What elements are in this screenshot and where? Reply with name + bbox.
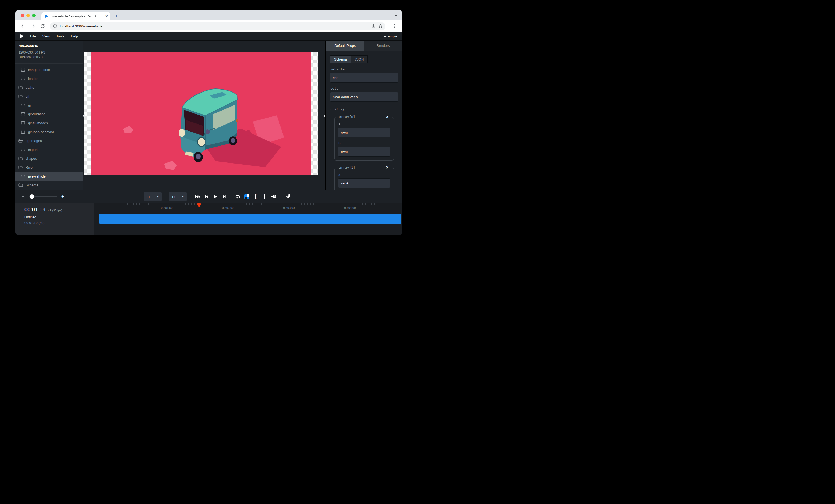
prop-input-color[interactable] [330,92,399,102]
reload-icon[interactable] [39,22,46,30]
url-bar[interactable]: localhost:3000/rive-vehicle [50,22,386,30]
speed-dropdown[interactable]: 1x ▼ [169,192,187,201]
prop-input-b[interactable] [338,147,390,156]
toggle-json[interactable]: JSON [351,56,368,63]
remove-array-item-icon[interactable]: ✕ [384,165,390,170]
browser-tab[interactable]: rive-vehicle / example - Remot ✕ [41,12,110,20]
out-point-bracket-icon[interactable]: ] [262,194,267,200]
timeline-track-bar[interactable] [99,214,401,224]
prop-label: b [339,141,390,145]
tab-search-chevron-icon[interactable] [394,14,398,18]
compositions-sidebar: rive-vehicle 1200x630, 30 FPS Duration 0… [15,41,83,190]
sidebar-item-loader[interactable]: loader [15,74,83,83]
menu-file[interactable]: File [27,34,39,38]
tab-strip: rive-vehicle / example - Remot ✕ + [15,10,402,20]
fullscreen-window-button[interactable] [32,14,36,17]
forward-icon[interactable] [29,22,37,30]
remotion-logo-icon[interactable] [20,34,24,39]
zoom-slider[interactable] [29,196,57,197]
prop-field: vehicle [330,67,399,83]
zoom-in-icon[interactable]: + [61,194,65,200]
sidebar-item-gif[interactable]: gif [15,92,83,101]
main-content: rive-vehicle 1200x630, 30 FPS Duration 0… [15,41,402,190]
chevron-down-icon: ▼ [182,195,184,198]
array-fieldset: array array[0] ✕ a b array[1] ✕ a b [330,109,399,190]
previous-frame-icon[interactable] [204,194,209,200]
sidebar-item-label: image-in-lottie [28,68,50,72]
sidebar-item-label: gif-fill-modes [28,121,48,125]
ruler-label: 00:02.00 [222,206,234,210]
sidebar-item-gif[interactable]: gif [15,101,83,110]
transparency-checkerboard-toggle[interactable] [244,194,249,200]
browser-menu-kebab-icon[interactable] [390,22,399,30]
props-editor: Schema JSON vehicle color array array[0]… [326,51,402,190]
sidebar-item-Schema[interactable]: Schema [15,181,83,190]
collapse-left-panel-icon[interactable] [83,114,85,119]
composition-viewport [84,52,318,175]
menu-view[interactable]: View [39,34,53,38]
speed-dropdown-value: 1x [171,195,176,199]
tab-renders[interactable]: Renders [364,41,403,50]
sidebar-item-rive-vehicle[interactable]: rive-vehicle [15,172,83,181]
quick-render-rocket-icon[interactable] [285,194,290,200]
sidebar-item-expert[interactable]: expert [15,145,83,154]
props-panel-tabs: Default Props Renders [326,41,402,51]
sidebar-item-label: paths [25,85,34,89]
zoom-slider-knob[interactable] [29,194,34,199]
prop-field: a [338,173,390,188]
prop-field: b [338,141,390,156]
sidebar-item-shapes[interactable]: shapes [15,154,83,163]
url-text[interactable]: localhost:3000/rive-vehicle [60,24,369,28]
toggle-schema[interactable]: Schema [330,56,351,63]
ruler-label: 00:01.00 [161,206,173,210]
current-timecode: 00:01.19 [24,207,45,213]
zoom-out-icon[interactable]: − [21,194,25,199]
tab-default-props[interactable]: Default Props [326,41,364,50]
menu-tools[interactable]: Tools [53,34,67,38]
timeline-lane[interactable]: 00:01.0000:02.0000:03.0000:04.00 [94,203,402,235]
sidebar-item-paths[interactable]: paths [15,83,83,92]
window-controls [21,14,36,17]
loop-icon[interactable] [235,194,241,200]
prop-input-vehicle[interactable] [330,73,399,83]
prop-input-a[interactable] [338,178,390,188]
prop-label: vehicle [330,67,399,71]
in-point-bracket-icon[interactable]: [ [253,194,258,200]
play-icon[interactable] [213,194,218,200]
sidebar-item-gif-loop-behavior[interactable]: gif-loop-behavior [15,127,83,136]
current-frame-info: 49 (30 fps) [48,209,62,212]
project-name-label: example [384,34,397,38]
tab-title: rive-vehicle / example - Remot [51,15,103,18]
sidebar-item-og-images[interactable]: og-images [15,136,83,145]
chevron-down-icon: ▼ [157,195,159,198]
sidebar-item-label: gif [25,94,29,99]
jump-to-start-icon[interactable] [195,194,200,200]
fit-dropdown[interactable]: Fit ▼ [144,192,162,201]
sidebar-item-gif-duration[interactable]: gif-duration [15,110,83,119]
tab-close-icon[interactable]: ✕ [105,15,108,18]
prop-label: a [339,122,390,126]
bookmark-star-icon[interactable] [378,24,383,28]
sidebar-item-image-in-lottie[interactable]: image-in-lottie [15,65,83,74]
volume-icon[interactable] [271,194,277,200]
composition-info: rive-vehicle 1200x630, 30 FPS Duration 0… [15,41,83,64]
sidebar-item-Rive[interactable]: Rive [15,163,83,172]
timeline-ruler[interactable]: 00:01.0000:02.0000:03.0000:04.00 [94,203,402,211]
share-icon[interactable] [371,24,376,28]
new-tab-button[interactable]: + [113,13,120,20]
collapse-right-panel-icon[interactable] [323,114,326,119]
animation-preview [91,52,311,175]
remove-array-item-icon[interactable]: ✕ [384,115,390,119]
fieldset-array[0]: array[0] ✕ a b [334,117,394,161]
next-frame-icon[interactable] [222,194,227,200]
close-window-button[interactable] [21,14,24,17]
playhead[interactable] [197,203,201,235]
prop-input-a[interactable] [338,128,390,138]
sidebar-item-label: loader [28,77,38,81]
menu-help[interactable]: Help [67,34,81,38]
site-info-icon[interactable] [53,24,57,28]
sidebar-item-label: rive-vehicle [28,174,46,178]
sidebar-item-gif-fill-modes[interactable]: gif-fill-modes [15,119,83,127]
minimize-window-button[interactable] [26,14,30,17]
back-icon[interactable] [19,22,27,30]
